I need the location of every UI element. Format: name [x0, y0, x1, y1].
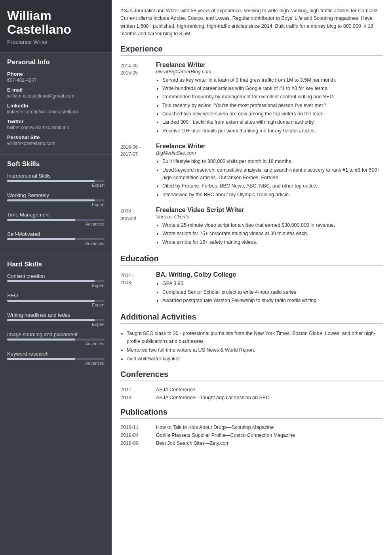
pub-year: 2018-11: [120, 425, 156, 430]
skill-item: SEO Expert: [7, 293, 105, 307]
exp-date: 2008 -present: [120, 207, 156, 247]
education-section: Education 2004 -2008 BA, Writing, Colby …: [120, 254, 383, 305]
email-info: E-mail william.x.castellano@gmail.com: [7, 87, 105, 99]
publication-row: 2018-09 Best Job Search Sites—Zety.com: [120, 440, 383, 446]
skill-level: Advanced: [7, 241, 105, 246]
bullet: Built lifestyle blog to 800,000 visits p…: [162, 158, 383, 165]
experience-list: 2014-06 -2015-05 Freelance Writer GreatB…: [120, 61, 383, 247]
skill-bar-bg: [7, 339, 105, 341]
skill-bar-bg: [7, 180, 105, 182]
edu-bullets: GPA 3.95Completed Senior Scholar project…: [156, 280, 383, 304]
exp-content: Freelance Video Script Writer Various Cl…: [156, 207, 383, 247]
skill-level: Expert: [7, 183, 105, 188]
education-list: 2004 -2008 BA, Writing, Colby College GP…: [120, 271, 383, 305]
skill-level: Advanced: [7, 341, 105, 346]
bullet: Wrote scripts for 15+ safety training vi…: [162, 239, 383, 246]
bullet: Commended frequently by management for e…: [162, 93, 383, 101]
skill-item: Keyword research Advanced: [7, 351, 105, 366]
skill-item: Content creation Expert: [7, 273, 105, 288]
activities-title: Additional Activities: [120, 312, 383, 324]
email-value: william.x.castellano@gmail.com: [7, 93, 105, 99]
skill-name: SEO: [7, 293, 105, 299]
skill-name: Working Remotely: [7, 192, 105, 198]
twitter-label: Twitter: [7, 119, 105, 124]
personal-info-title: Personal Info: [7, 58, 105, 66]
bullet: Awarded postgraduate Watson Fellowship t…: [162, 297, 383, 304]
skill-item: Working Remotely Expert: [7, 192, 105, 207]
twitter-value: twitter.com/williamxcastellano: [7, 125, 105, 130]
skill-bar-fill: [7, 238, 75, 240]
experience-item: 2008 -present Freelance Video Script Wri…: [120, 207, 383, 247]
skill-bar-bg: [7, 238, 105, 240]
exp-title: Freelance Writer: [156, 143, 383, 150]
skill-level: Expert: [7, 283, 105, 288]
bullet: Wrote scripts for 15+ corporate training…: [162, 230, 383, 237]
soft-skills-section: Soft Skills Interpersonal Skills Expert …: [0, 154, 112, 255]
education-title: Education: [120, 254, 383, 266]
personal-site-value: williamxcastellano.com: [7, 141, 105, 146]
conferences-section: Conferences 2017 ASJA Conference 2019 AS…: [120, 370, 383, 400]
main-content: ASJA Journalist and Writer with 5+ years…: [112, 0, 392, 555]
conf-year: 2019: [120, 395, 156, 400]
phone-label: Phone: [7, 71, 105, 77]
exp-bullets: Wrote a 25-minute video script for a vid…: [156, 222, 383, 246]
skill-name: Content creation: [7, 273, 105, 279]
skill-bar-fill: [7, 300, 95, 302]
pub-title: Gorilla Playsets Supplier Profile—Costco…: [156, 433, 295, 438]
bullet: Cited by Fortune, Forbes, BBC News, ABC,…: [162, 182, 383, 190]
exp-content: Freelance Writer BigMediaSite.com Built …: [156, 143, 383, 199]
summary-text: ASJA Journalist and Writer with 5+ years…: [120, 7, 383, 38]
edu-title: BA, Writing, Colby College: [156, 271, 383, 278]
skill-bar-fill: [7, 180, 95, 182]
exp-title: Freelance Writer: [156, 61, 383, 69]
publications-title: Publications: [120, 408, 383, 419]
job-title: Freelance Writer: [7, 39, 105, 45]
pub-title: Best Job Search Sites—Zety.com: [156, 440, 230, 446]
activities-list: Taught SEO class to 30+ professional jou…: [120, 329, 383, 363]
soft-skills-title: Soft Skills: [7, 160, 105, 168]
bullet: Wrote a 25-minute video script for a vid…: [162, 222, 383, 229]
skill-item: Time Management Advanced: [7, 212, 105, 226]
activity-item: Taught SEO class to 30+ professional jou…: [127, 329, 383, 345]
skill-bar-bg: [7, 300, 105, 302]
experience-item: 2016-06 -2017-07 Freelance Writer BigMed…: [120, 143, 383, 199]
conf-name: ASJA Conference—Taught popular session o…: [156, 395, 270, 400]
publications-list: 2018-11 How to Talk to Kids About Drugs—…: [120, 425, 383, 446]
skill-level: Advanced: [7, 361, 105, 366]
skill-bar-bg: [7, 358, 105, 360]
bullet: Receive 10+ user emails per week thankin…: [162, 127, 383, 135]
conferences-list: 2017 ASJA Conference 2019 ASJA Conferenc…: [120, 387, 383, 400]
skill-bar-fill: [7, 219, 75, 221]
activities-section: Additional Activities Taught SEO class t…: [120, 312, 383, 363]
exp-company: BigMediaSite.com: [156, 150, 383, 156]
skill-level: Expert: [7, 202, 105, 207]
skill-item: Writing headlines and ledes Expert: [7, 312, 105, 327]
personal-site-label: Personal Site: [7, 134, 105, 140]
skill-bar-bg: [7, 280, 105, 282]
skill-bar-fill: [7, 339, 75, 341]
sidebar: William Castellano Freelance Writer Pers…: [0, 0, 112, 555]
sidebar-header: William Castellano Freelance Writer: [0, 0, 112, 52]
skill-bar-fill: [7, 199, 95, 201]
exp-company: GreatBigCareerBlog.com: [156, 69, 383, 75]
education-item: 2004 -2008 BA, Writing, Colby College GP…: [120, 271, 383, 305]
skill-bar-fill: [7, 319, 95, 321]
skill-level: Advanced: [7, 222, 105, 226]
exp-company: Various Clients: [156, 214, 383, 220]
experience-item: 2014-06 -2015-05 Freelance Writer GreatB…: [120, 61, 383, 136]
exp-date: 2014-06 -2015-05: [120, 61, 156, 136]
phone-value: 607-481-4207: [7, 77, 105, 83]
twitter-info: Twitter twitter.com/williamxcastellano: [7, 119, 105, 130]
email-label: E-mail: [7, 87, 105, 93]
bullet: Interviewed by the BBC about my Olympic …: [162, 191, 383, 199]
edu-content: BA, Writing, Colby College GPA 3.95Compl…: [156, 271, 383, 305]
activity-item: Mentored two full-time writers at US New…: [127, 346, 383, 354]
skill-item: Interpersonal Skills Expert: [7, 173, 105, 188]
skill-name: Interpersonal Skills: [7, 173, 105, 179]
conferences-title: Conferences: [120, 370, 383, 381]
exp-title: Freelance Video Script Writer: [156, 207, 383, 214]
skill-name: Image sourcing and placement: [7, 331, 105, 337]
bullet: Coached two new writers who are now amon…: [162, 110, 383, 118]
bullet: Write hundreds of career articles with G…: [162, 85, 383, 92]
publication-row: 2018-11 How to Talk to Kids About Drugs—…: [120, 425, 383, 430]
